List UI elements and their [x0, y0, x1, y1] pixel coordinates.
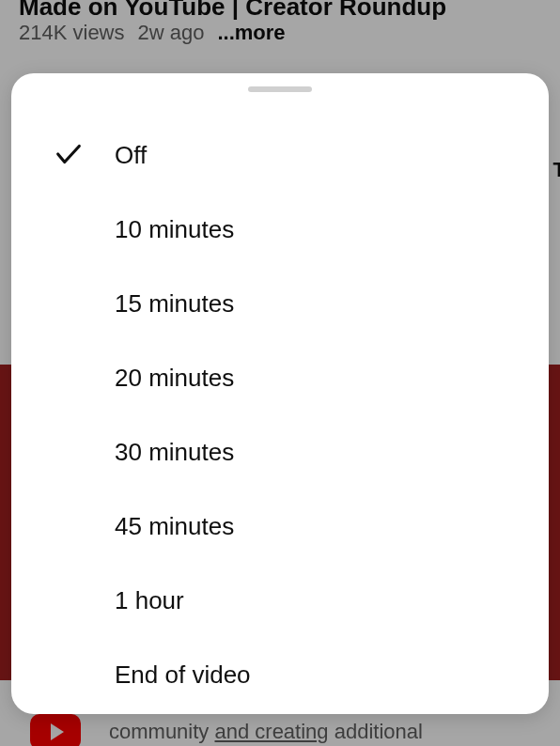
sleep-timer-options: Off 10 minutes 15 minutes 20 minutes 30 …: [11, 101, 549, 712]
check-column: [53, 138, 115, 174]
bottom-sheet: Off 10 minutes 15 minutes 20 minutes 30 …: [11, 73, 549, 714]
checkmark-icon: [53, 138, 85, 174]
option-30-minutes[interactable]: 30 minutes: [11, 415, 549, 490]
option-20-minutes[interactable]: 20 minutes: [11, 341, 549, 415]
option-label: 30 minutes: [115, 438, 234, 467]
option-label: 10 minutes: [115, 215, 234, 244]
option-label: 20 minutes: [115, 364, 234, 393]
option-off[interactable]: Off: [11, 118, 549, 193]
option-label: End of video: [115, 661, 251, 690]
drag-handle[interactable]: [248, 86, 312, 92]
option-label: Off: [115, 141, 147, 170]
option-15-minutes[interactable]: 15 minutes: [11, 267, 549, 341]
option-label: 1 hour: [115, 586, 184, 615]
option-1-hour[interactable]: 1 hour: [11, 564, 549, 638]
option-10-minutes[interactable]: 10 minutes: [11, 193, 549, 267]
option-45-minutes[interactable]: 45 minutes: [11, 490, 549, 564]
option-label: 15 minutes: [115, 289, 234, 319]
option-label: 45 minutes: [115, 512, 234, 541]
option-end-of-video[interactable]: End of video: [11, 638, 549, 712]
